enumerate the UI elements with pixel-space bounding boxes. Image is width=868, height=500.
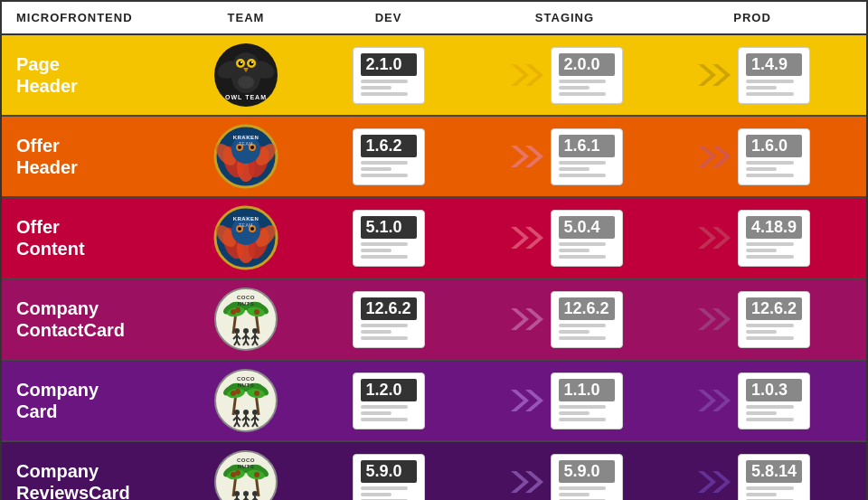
version-card: 1.6.0	[738, 128, 810, 185]
version-card: 1.1.0	[551, 373, 623, 429]
prod-pair: 5.8.14	[694, 454, 810, 501]
mf-name-label: Company ReviewsCard	[16, 460, 130, 500]
version-number: 1.6.0	[746, 135, 802, 157]
mf-name-cell: Page Header	[2, 35, 183, 115]
svg-point-64	[243, 328, 249, 334]
version-card: 1.4.9	[738, 47, 810, 104]
svg-text:COCO: COCO	[237, 458, 255, 463]
svg-point-56	[235, 307, 241, 313]
arrow-icon	[694, 223, 734, 252]
dev-cell: 1.2.0	[309, 361, 467, 440]
prod-cell: 1.6.0	[662, 117, 843, 196]
arrow-icon	[694, 305, 734, 334]
version-number: 2.0.0	[559, 53, 615, 76]
staging-pair: 1.6.1	[507, 128, 623, 185]
table-body: Page Header OWL TEAM 2.1.02.0.01.4.9Offe…	[2, 35, 866, 500]
svg-text:NUTS: NUTS	[238, 464, 254, 469]
version-number: 5.0.4	[559, 216, 615, 239]
col-microfrontend: MICROFRONTEND	[2, 7, 183, 28]
version-number: 1.6.2	[361, 135, 417, 157]
svg-text:TEAM: TEAM	[239, 141, 253, 146]
mf-name-cell: Company ContactCard	[2, 279, 183, 359]
svg-point-13	[251, 61, 253, 63]
version-number: 1.6.1	[559, 135, 615, 157]
prod-pair: 4.18.9	[694, 210, 810, 267]
arrow-icon	[507, 467, 547, 496]
staging-cell: 1.1.0	[467, 361, 662, 440]
version-number: 12.6.2	[746, 297, 802, 320]
mf-name-cell: Offer Content	[2, 198, 183, 278]
table-row: Offer Content KRAKEN TEAM 5.1.05.0.44.18…	[2, 198, 866, 279]
arrow-icon	[507, 305, 547, 334]
team-logo-cell: OWL TEAM	[183, 35, 309, 115]
team-logo-cell: COCO NUTS	[183, 279, 309, 359]
arrow-icon	[694, 61, 734, 90]
table-header: MICROFRONTEND TEAM DEV STAGING PROD	[2, 2, 866, 35]
staging-cell: 12.6.2	[467, 279, 662, 359]
svg-point-90	[254, 391, 259, 396]
staging-cell: 5.0.4	[467, 198, 662, 278]
svg-point-136	[252, 491, 258, 496]
arrow-icon	[507, 142, 547, 171]
prod-cell: 12.6.2	[662, 279, 843, 359]
col-staging: STAGING	[467, 7, 662, 28]
dev-cell: 2.1.0	[309, 35, 467, 115]
version-card: 1.6.2	[353, 128, 425, 185]
prod-cell: 4.18.9	[662, 198, 843, 278]
arrow-icon	[694, 467, 734, 496]
staging-pair: 5.9.0	[507, 454, 623, 501]
version-card: 12.6.2	[353, 291, 425, 348]
svg-point-97	[243, 410, 249, 415]
prod-pair: 1.0.3	[694, 373, 810, 429]
mf-name-label: Page Header	[16, 53, 78, 97]
svg-text:KRAKEN: KRAKEN	[233, 135, 259, 140]
version-number: 12.6.2	[361, 297, 417, 320]
team-logo-cell: KRAKEN TEAM	[183, 198, 309, 278]
svg-point-10	[239, 61, 243, 66]
mf-name-cell: Offer Header	[2, 117, 183, 196]
svg-point-89	[235, 389, 241, 394]
svg-point-58	[234, 328, 240, 334]
arrow-icon	[507, 223, 547, 252]
arrow-icon	[507, 386, 547, 415]
prod-cell: 5.8.14	[662, 442, 843, 500]
version-card: 5.9.0	[551, 454, 623, 501]
staging-cell: 5.9.0	[467, 442, 662, 500]
version-number: 1.0.3	[746, 379, 802, 401]
staging-pair: 5.0.4	[507, 210, 623, 267]
staging-pair: 12.6.2	[507, 291, 623, 348]
mf-name-cell: Company ReviewsCard	[2, 442, 183, 500]
version-card: 1.0.3	[738, 373, 810, 429]
version-card: 2.0.0	[551, 47, 623, 104]
col-dev: DEV	[309, 7, 467, 28]
staging-pair: 1.1.0	[507, 373, 623, 429]
version-card: 1.2.0	[353, 373, 425, 429]
svg-point-11	[250, 61, 254, 66]
dev-cell: 1.6.2	[309, 117, 467, 196]
version-number: 1.2.0	[361, 379, 417, 401]
svg-text:NUTS: NUTS	[238, 301, 254, 307]
mf-name-label: Company ContactCard	[16, 297, 125, 341]
svg-point-57	[254, 309, 259, 315]
version-card: 5.9.0	[353, 454, 425, 501]
svg-text:KRAKEN: KRAKEN	[233, 216, 259, 222]
svg-text:COCO: COCO	[237, 295, 255, 300]
svg-point-122	[235, 470, 241, 476]
version-number: 1.1.0	[559, 379, 615, 401]
version-number: 1.4.9	[746, 53, 802, 76]
table-row: Company Card	[2, 361, 866, 442]
staging-cell: 2.0.0	[467, 35, 662, 115]
svg-point-124	[234, 491, 240, 496]
version-number: 2.1.0	[361, 53, 417, 76]
version-card: 1.6.1	[551, 128, 623, 185]
svg-point-15	[238, 76, 254, 89]
arrow-icon	[507, 61, 547, 90]
version-card: 12.6.2	[551, 291, 623, 348]
version-number: 5.9.0	[559, 460, 615, 483]
svg-text:TEAM: TEAM	[239, 222, 253, 228]
version-number: 4.18.9	[746, 216, 802, 239]
staging-cell: 1.6.1	[467, 117, 662, 196]
version-number: 5.8.14	[746, 460, 802, 483]
dev-cell: 5.1.0	[309, 198, 467, 278]
svg-point-70	[252, 328, 258, 334]
